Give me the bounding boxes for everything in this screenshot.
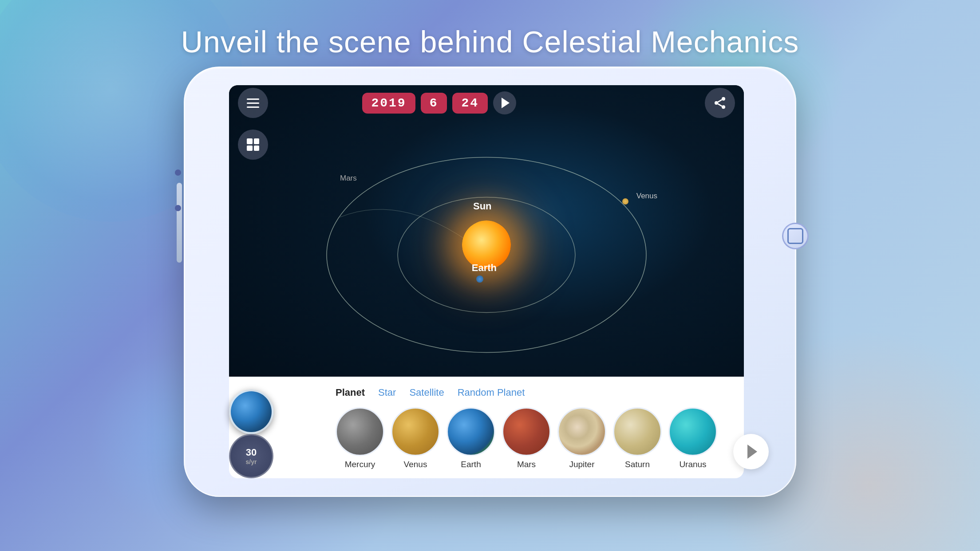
planet-grid: Mercury Venus Earth Mars Jupiter: [238, 407, 735, 469]
hamburger-icon: [247, 98, 259, 108]
jupiter-icon: [557, 407, 606, 456]
saturn-icon: [613, 407, 662, 456]
home-button[interactable]: [782, 223, 809, 249]
venus-icon: [391, 407, 440, 456]
tab-satellite[interactable]: Satellite: [409, 385, 444, 401]
venus-label-grid: Venus: [404, 460, 427, 469]
app-screen: Sun Venus Earth Mars 2019: [229, 85, 744, 405]
share-button[interactable]: [705, 88, 735, 118]
planet-item-saturn[interactable]: Saturn: [613, 407, 662, 469]
tab-random-planet[interactable]: Random Planet: [458, 385, 525, 401]
phone-mockup: Sun Venus Earth Mars 2019: [184, 67, 796, 497]
planet-item-jupiter[interactable]: Jupiter: [557, 407, 606, 469]
volume-bar: [177, 183, 182, 263]
bottom-panel: Planet Star Satellite Random Planet Merc…: [229, 377, 744, 478]
venus-object[interactable]: [622, 198, 628, 205]
grid-icon: [247, 138, 259, 151]
year-pill[interactable]: 2019: [362, 93, 415, 114]
page-title: Unveil the scene behind Celestial Mechan…: [0, 24, 980, 59]
uranus-icon: [668, 407, 717, 456]
saturn-label: Saturn: [625, 460, 650, 469]
tab-planet[interactable]: Planet: [336, 385, 365, 401]
volume-button-2[interactable]: [175, 205, 181, 211]
month-pill[interactable]: 6: [421, 93, 447, 114]
earth-icon: [447, 407, 495, 456]
next-button[interactable]: [733, 434, 769, 469]
mercury-icon: [336, 407, 384, 456]
screen-header: 2019 6 24: [229, 85, 744, 121]
speed-unit: s/yr: [246, 458, 257, 465]
earth-thumbnail[interactable]: [229, 390, 273, 434]
date-controls: 2019 6 24: [362, 91, 516, 114]
share-icon: [713, 96, 727, 110]
svg-point-4: [722, 105, 725, 109]
svg-point-2: [722, 97, 725, 101]
volume-button-1[interactable]: [175, 169, 181, 176]
earth-object[interactable]: [476, 276, 483, 283]
mars-icon: [502, 407, 551, 456]
uranus-label: Uranus: [679, 460, 706, 469]
venus-label: Venus: [636, 192, 657, 201]
layout-button[interactable]: [238, 130, 268, 160]
mars-label: Mars: [340, 174, 357, 183]
jupiter-label: Jupiter: [569, 460, 594, 469]
planet-item-earth[interactable]: Earth: [447, 407, 495, 469]
svg-point-3: [715, 101, 718, 105]
planet-item-mercury[interactable]: Mercury: [336, 407, 384, 469]
phone-body: Sun Venus Earth Mars 2019: [184, 67, 796, 497]
speed-badge[interactable]: 30 s/yr: [229, 434, 273, 478]
play-icon: [502, 98, 510, 108]
play-button[interactable]: [493, 91, 516, 114]
planet-item-mars[interactable]: Mars: [502, 407, 551, 469]
planet-item-venus[interactable]: Venus: [391, 407, 440, 469]
svg-line-6: [718, 100, 722, 102]
category-tabs: Planet Star Satellite Random Planet: [238, 385, 735, 401]
svg-line-5: [718, 104, 722, 106]
day-pill[interactable]: 24: [452, 93, 488, 114]
menu-button[interactable]: [238, 88, 268, 118]
speed-value: 30: [246, 447, 257, 458]
earth-label: Earth: [472, 262, 497, 274]
mercury-label: Mercury: [345, 460, 375, 469]
sun-label: Sun: [473, 201, 492, 212]
planet-item-uranus[interactable]: Uranus: [668, 407, 717, 469]
chevron-right-icon: [747, 445, 757, 459]
tab-star[interactable]: Star: [378, 385, 396, 401]
mars-label-grid: Mars: [517, 460, 536, 469]
earth-label-grid: Earth: [461, 460, 481, 469]
